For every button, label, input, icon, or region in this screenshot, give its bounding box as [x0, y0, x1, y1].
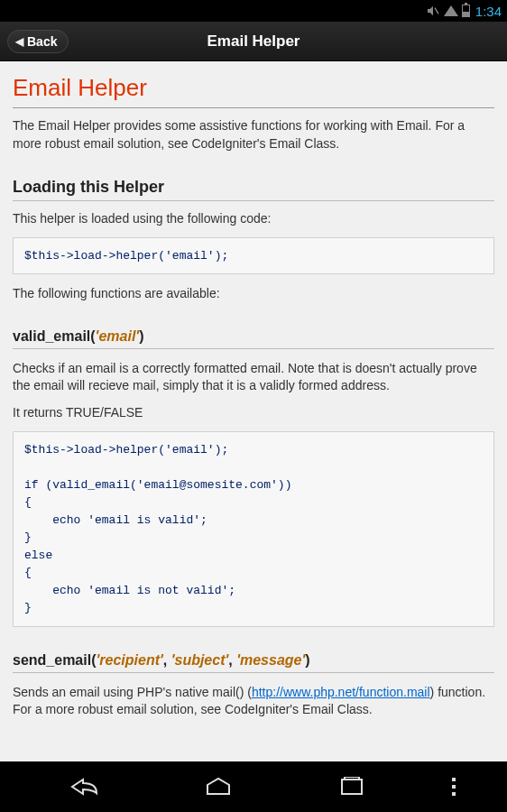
- nav-menu-button[interactable]: [440, 769, 467, 805]
- nav-recent-button[interactable]: [307, 769, 397, 805]
- nav-home-button[interactable]: [173, 769, 263, 805]
- php-mail-link[interactable]: http://www.php.net/function.mail: [252, 685, 430, 699]
- function-valid-email-title: valid_email('email'): [13, 328, 494, 349]
- document-content: Email Helper The Email Helper provides s…: [0, 61, 507, 761]
- clock: 1:34: [475, 4, 502, 19]
- code-block-valid-email: $this->load->helper('email'); if (valid_…: [13, 431, 494, 627]
- function-send-email-title: send_email('recipient', 'subject', 'mess…: [13, 652, 494, 673]
- back-button[interactable]: ◀ Back: [7, 30, 69, 53]
- volume-muted-icon: [426, 4, 440, 18]
- back-label: Back: [27, 34, 57, 49]
- code-block-load: $this->load->helper('email');: [13, 237, 494, 275]
- nav-back-button[interactable]: [40, 769, 130, 805]
- loading-after-text: The following functions are available:: [13, 285, 494, 303]
- intro-text: The Email Helper provides some assistive…: [13, 117, 494, 152]
- app-bar: ◀ Back Email Helper: [0, 22, 507, 61]
- valid-email-desc: Checks if an email is a correctly format…: [13, 360, 494, 395]
- svg-line-0: [435, 8, 438, 14]
- valid-email-returns: It returns TRUE/FALSE: [13, 404, 494, 422]
- navigation-bar: [0, 761, 507, 812]
- status-bar: 1:34: [0, 0, 507, 22]
- loading-text: This helper is loaded using the followin…: [13, 210, 494, 228]
- wifi-icon: [444, 5, 458, 16]
- svg-rect-2: [345, 777, 359, 780]
- svg-rect-1: [342, 780, 362, 794]
- send-email-desc: Sends an email using PHP's native mail()…: [13, 684, 494, 719]
- app-bar-title: Email Helper: [0, 32, 507, 51]
- page-title: Email Helper: [13, 74, 494, 108]
- battery-icon: [462, 5, 470, 17]
- menu-dots-icon: [452, 778, 456, 796]
- loading-section-title: Loading this Helper: [13, 178, 494, 201]
- chevron-left-icon: ◀: [15, 35, 23, 48]
